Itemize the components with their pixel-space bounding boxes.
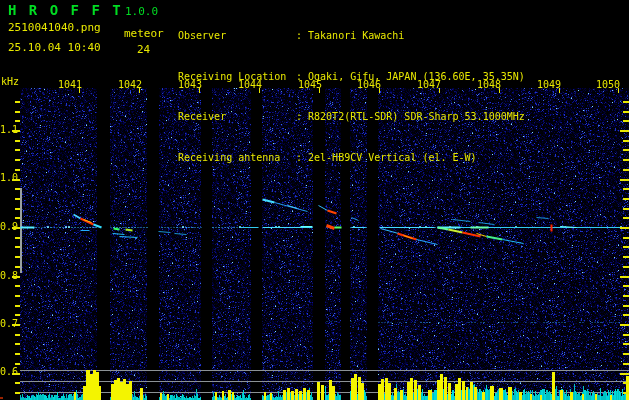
x-axis-label: 1046 [354,79,384,90]
app-version: 1.0.0 [125,5,158,18]
y-axis-label: 1.1 [0,124,14,135]
info-row-receiver: Receiver: R820T2(RTL-SDR) SDR-Sharp 53.1… [178,110,525,124]
y-axis-label: 0.9 [0,221,14,232]
x-axis-label: 1041 [55,79,85,90]
x-axis-label: 1042 [115,79,145,90]
x-axis-label: 1045 [295,79,325,90]
observation-datetime: 25.10.04 10:40 [8,41,101,54]
info-label: Receiving antenna [178,151,296,165]
station-info: Observer: Takanori Kawachi Receiving Loc… [178,2,525,191]
info-row-location: Receiving Location: Ogaki, Gifu, JAPAN (… [178,70,525,84]
x-axis-label: 1050 [593,79,623,90]
y-axis-unit: kHz [1,76,19,87]
y-axis-label: 1.0 [0,172,14,183]
info-label: Observer [178,29,296,43]
y-axis-label: 0.6 [0,366,14,377]
y-axis-label: 0.8 [0,270,14,281]
info-row-antenna: Receiving antenna: 2el-HB9CV Vertical (e… [178,151,525,165]
info-label: Receiver [178,110,296,124]
info-value: : 2el-HB9CV Vertical (el. E-W) [296,152,477,163]
mode-label: meteor [124,27,164,40]
info-row-observer: Observer: Takanori Kawachi [178,29,525,43]
output-filename: 2510041040.png [8,21,101,34]
info-value: : Takanori Kawachi [296,30,404,41]
y-axis-label: 0.7 [0,318,14,329]
x-axis-label: 1049 [534,79,564,90]
info-value: : R820T2(RTL-SDR) SDR-Sharp 53.1000MHz [296,111,525,122]
x-axis-label: 1048 [474,79,504,90]
x-axis-label: 1043 [175,79,205,90]
x-axis-label: 1047 [414,79,444,90]
x-axis-label: 1044 [235,79,265,90]
hrofft-screen: H R O F F T 1.0.0 2510041040.png meteor … [0,0,629,400]
app-title: H R O F F T [8,2,123,18]
meteor-echo-count: 24 [137,43,150,56]
